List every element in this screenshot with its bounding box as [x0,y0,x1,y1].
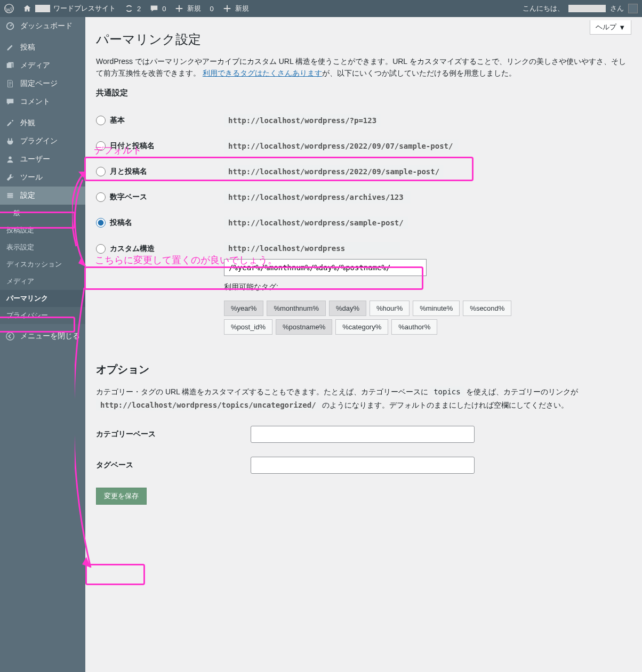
updates-count: 2 [137,5,141,13]
custom-structure-input[interactable] [224,259,427,276]
main-content: ヘルプ ▼ パーマリンク設定 WordPress ではパーマリンクやアーカイブに… [85,17,642,672]
category-base-row: カテゴリーベース [96,426,631,443]
sidebar-item-posts[interactable]: 投稿 [0,38,85,56]
help-tab[interactable]: ヘルプ ▼ [590,20,631,35]
save-button[interactable]: 変更を保存 [96,488,147,505]
permalink-basic-row: 基本 http://localhost/wordpress/?p=123 [96,108,631,133]
radio-dayname[interactable] [96,141,106,151]
submenu-reading[interactable]: 表示設定 [0,239,85,256]
tag-minute[interactable]: %minute% [413,301,460,316]
submenu-permalink[interactable]: パーマリンク [0,290,85,307]
custom-prefix-url: http://localhost/wordpress [224,242,400,255]
sidebar-item-plugins[interactable]: プラグイン [0,132,85,150]
common-heading: 共通設定 [96,88,631,98]
updates-icon[interactable]: 2 [124,4,141,13]
sidebar-item-pages[interactable]: 固定ページ [0,75,85,93]
tag-postname[interactable]: %postname% [276,319,332,335]
dayname-url-example: http://localhost/wordpress/2022/09/07/sa… [224,140,459,152]
tags-doc-link[interactable]: 利用できるタグはたくさんあります [203,69,322,77]
svg-rect-4 [7,195,13,197]
radio-monthname[interactable] [96,167,106,176]
available-tags-label: 利用可能なタグ: [224,282,523,292]
admin-bar: ワードプレスサイト 2 0 新規 0 新規 こんにちは、 さん [0,0,642,17]
avatar-icon [628,4,638,13]
svg-point-6 [6,333,14,340]
collapse-menu[interactable]: メニューを閉じる [0,327,85,345]
tag-second[interactable]: %second% [463,301,511,316]
pending-count[interactable]: 0 [210,5,213,13]
svg-rect-3 [7,193,13,195]
radio-custom[interactable] [96,244,106,254]
tag-base-label: タグベース [96,460,251,470]
sidebar-item-users[interactable]: ユーザー [0,150,85,168]
comments-icon[interactable]: 0 [149,4,166,13]
tag-day[interactable]: %day% [329,301,366,316]
sidebar-item-dashboard[interactable]: ダッシュボード [0,17,85,35]
sidebar-item-appearance[interactable]: 外観 [0,114,85,132]
sidebar-item-media[interactable]: メディア [0,56,85,75]
new-content-2[interactable]: 新規 [222,4,249,13]
page-title: パーマリンク設定 [96,31,631,48]
options-heading: オプション [96,362,631,377]
category-base-input[interactable] [251,426,475,443]
submenu-writing[interactable]: 投稿設定 [0,222,85,239]
numeric-url-example: http://localhost/wordpress/archives/123 [224,191,411,204]
sidebar-item-comments[interactable]: コメント [0,93,85,111]
wp-logo[interactable] [4,4,14,13]
intro-text: WordPress ではパーマリンクやアーカイブにカスタム URL 構造を使うこ… [96,55,631,79]
tag-author[interactable]: %author% [391,319,437,335]
permalink-numeric-row: 数字ベース http://localhost/wordpress/archive… [96,184,631,210]
chevron-down-icon: ▼ [619,23,625,31]
sidebar-item-tools[interactable]: ツール [0,168,85,187]
svg-point-2 [9,157,11,159]
admin-sidebar: ダッシュボード 投稿 メディア 固定ページ コメント 外観 プラグイン ユーザー… [0,17,85,672]
submenu-general[interactable]: 一般 [0,205,85,222]
radio-basic[interactable] [96,116,106,125]
permalink-custom-row: カスタム構造 http://localhost/wordpress 利用可能なタ… [96,236,631,341]
basic-url-example: http://localhost/wordpress/?p=123 [224,114,381,127]
permalink-postname-row: 投稿名 http://localhost/wordpress/sample-po… [96,210,631,236]
monthname-url-example: http://localhost/wordpress/2022/09/sampl… [224,165,444,178]
tag-hour[interactable]: %hour% [370,301,410,316]
radio-numeric[interactable] [96,192,106,202]
tag-base-input[interactable] [251,457,475,474]
comments-count: 0 [162,5,166,13]
svg-rect-5 [7,197,13,198]
permalink-monthname-row: 月と投稿名 http://localhost/wordpress/2022/09… [96,159,631,184]
permalink-dayname-row: 日付と投稿名 http://localhost/wordpress/2022/0… [96,133,631,159]
submenu-privacy[interactable]: プライバシー [0,307,85,324]
tag-category[interactable]: %category% [335,319,388,335]
tag-monthnum[interactable]: %monthnum% [267,301,326,316]
radio-postname[interactable] [96,218,106,228]
tag-year[interactable]: %year% [224,301,263,316]
sidebar-item-settings[interactable]: 設定 [0,187,85,205]
tag-buttons: %year% %monthnum% %day% %hour% %minute% … [224,301,523,335]
new-content[interactable]: 新規 [174,4,201,13]
home-icon[interactable]: ワードプレスサイト [22,4,116,13]
submenu-media[interactable]: メディア [0,273,85,290]
postname-url-example: http://localhost/wordpress/sample-post/ [224,216,408,229]
submenu-discussion[interactable]: ディスカッション [0,256,85,273]
annotation-box-save [85,564,145,585]
options-description: カテゴリー・タグの URL 構造をカスタマイズすることもできます。たとえば、カテ… [96,385,631,412]
category-base-label: カテゴリーベース [96,430,251,439]
settings-submenu: 一般 投稿設定 表示設定 ディスカッション メディア パーマリンク プライバシー [0,205,85,324]
tag-base-row: タグベース [96,457,631,474]
tag-postid[interactable]: %post_id% [224,319,272,335]
account-greeting[interactable]: こんにちは、 さん [523,4,638,13]
site-name: ワードプレスサイト [53,4,116,13]
